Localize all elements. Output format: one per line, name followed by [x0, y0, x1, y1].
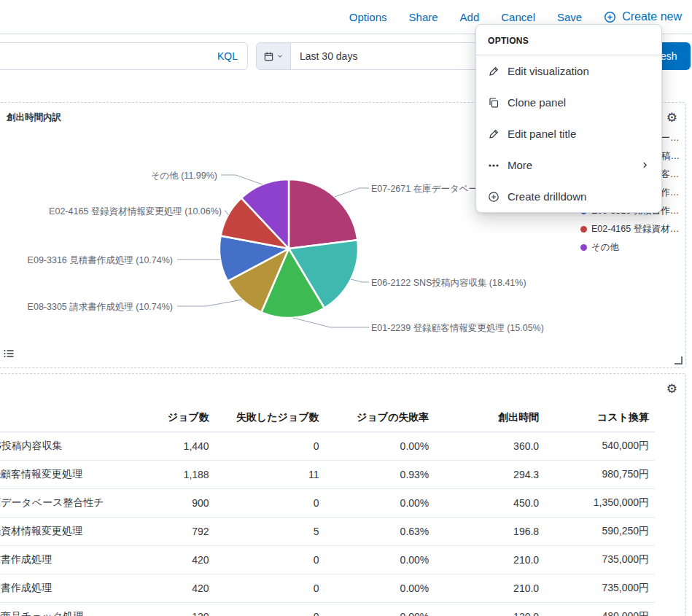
value-cell: 540,000円	[545, 432, 655, 461]
value-cell: 294.3	[435, 461, 545, 489]
job-name-cell: 登録資材情報変更処理	[0, 518, 105, 546]
boxes-horizontal-icon	[488, 160, 499, 171]
value-cell: 1,440	[105, 432, 215, 461]
legend-toggle-button[interactable]	[1, 346, 16, 361]
value-cell: 0.93%	[324, 461, 435, 489]
job-name-cell: 請求書作成処理	[0, 546, 105, 574]
column-header-failed[interactable]: 失敗したジョブ数	[215, 404, 325, 432]
table-header: ジョブ数 失敗したジョブ数 ジョブの失敗率 創出時間 コスト換算	[0, 404, 655, 432]
column-header-cost[interactable]: コスト換算	[545, 404, 655, 432]
value-cell: 450.0	[435, 489, 545, 518]
legend-item[interactable]: その他	[580, 238, 687, 257]
value-cell: 0.00%	[324, 489, 435, 518]
menu-item-label: Edit visualization	[508, 65, 589, 77]
search-box: KQL	[0, 42, 248, 70]
table-row: 見積書作成処理42000.00%210.0735,000円	[0, 574, 655, 603]
column-header-name[interactable]	[0, 404, 105, 432]
pie-callout-label: E09-3316 見積書作成処理 (10.74%)	[28, 254, 173, 267]
copy-icon	[488, 97, 499, 109]
date-range-value: Last 30 days	[300, 50, 357, 62]
table-row: SNS投稿内容収集1,44000.00%360.0540,000円	[0, 432, 655, 461]
plus-in-circle-icon	[488, 191, 499, 203]
menu-item-more[interactable]: More	[476, 149, 661, 181]
menu-item-label: More	[508, 159, 532, 171]
calendar-icon	[263, 51, 274, 62]
value-cell: 0.00%	[324, 574, 435, 603]
column-header-created-time[interactable]: 創出時間	[435, 404, 545, 432]
column-header-jobs[interactable]: ジョブ数	[105, 404, 215, 432]
table-row: 在庫データベース整合性チェック90000.00%450.01,350,000円	[0, 489, 655, 518]
chevron-right-icon	[640, 160, 650, 170]
create-new-button[interactable]: Create new	[604, 10, 682, 23]
value-cell: 0.00%	[324, 546, 435, 574]
menu-item-edit-panel-title[interactable]: Edit panel title	[476, 118, 661, 149]
legend-item[interactable]: E02-4165 登録資材情報変更処理	[580, 220, 687, 238]
value-cell: 0.00%	[324, 603, 435, 616]
job-name-cell: 在庫データベース整合性チェック	[0, 489, 105, 518]
menu-item-create-drilldown[interactable]: Create drilldown	[476, 181, 661, 212]
value-cell: 900	[105, 489, 215, 518]
nav-link-save[interactable]: Save	[557, 11, 582, 23]
jobs-table: ジョブ数 失敗したジョブ数 ジョブの失敗率 創出時間 コスト換算 SNS投稿内容…	[0, 404, 655, 616]
value-cell: 0	[215, 603, 325, 616]
pie-callout-label: E01-2239 登録顧客情報変更処理 (15.05%)	[371, 322, 544, 335]
table-row: 登録商品チェック処理12000.00%120.0480,000円	[0, 603, 655, 616]
dashboard-screen: Options Share Add Cancel Save Create new…	[0, 0, 692, 616]
table-row: 登録資材情報変更処理79250.63%196.8590,250円	[0, 518, 655, 546]
value-cell: 590,250円	[545, 518, 655, 546]
value-cell: 196.8	[435, 518, 545, 546]
panel-resize-handle[interactable]	[674, 356, 683, 364]
value-cell: 735,000円	[545, 546, 655, 574]
pie-slice[interactable]	[289, 179, 357, 249]
nav-link-cancel[interactable]: Cancel	[501, 11, 535, 23]
legend-color-dot	[580, 226, 587, 233]
value-cell: 5	[215, 518, 325, 546]
query-input[interactable]	[0, 50, 208, 62]
date-quick-select-button[interactable]	[256, 42, 291, 70]
plus-in-circle-icon	[604, 11, 616, 23]
kql-selector[interactable]: KQL	[208, 50, 247, 62]
pie-callout-label: E06-2122 SNS投稿内容収集 (18.41%)	[371, 277, 526, 289]
pie-slices	[219, 179, 358, 318]
value-cell: 1,188	[105, 461, 215, 489]
pencil-icon	[488, 128, 499, 140]
menu-item-label: Clone panel	[508, 96, 566, 109]
options-context-menu: OPTIONS Edit visualization Clone panel	[475, 24, 662, 213]
pie-callout-label: E08-3305 請求書作成処理 (10.74%)	[28, 301, 173, 313]
job-name-cell: 登録商品チェック処理	[0, 603, 105, 616]
value-cell: 210.0	[435, 574, 545, 603]
nav-link-options[interactable]: Options	[349, 11, 387, 23]
value-cell: 735,000円	[545, 574, 655, 603]
column-header-failure-rate[interactable]: ジョブの失敗率	[324, 404, 435, 432]
pencil-icon	[488, 66, 499, 77]
value-cell: 11	[215, 461, 325, 489]
job-name-cell: 登録顧客情報変更処理	[0, 461, 105, 489]
nav-link-share[interactable]: Share	[409, 11, 438, 23]
value-cell: 0	[215, 574, 325, 603]
menu-item-label: Edit panel title	[508, 128, 576, 140]
legend-label: E02-4165 登録資材情報変更処理	[591, 223, 687, 235]
value-cell: 0	[215, 489, 325, 518]
value-cell: 0	[215, 432, 325, 461]
legend-label: その他	[591, 241, 619, 254]
pie-callout-label: その他 (11.99%)	[151, 170, 217, 182]
value-cell: 0.00%	[324, 432, 435, 461]
job-name-cell: 見積書作成処理	[0, 574, 105, 603]
value-cell: 120	[105, 603, 215, 616]
value-cell: 480,000円	[545, 603, 655, 616]
chevron-down-icon	[276, 52, 284, 60]
panel-settings-gear-icon[interactable]: ⚙	[666, 383, 677, 395]
legend-color-dot	[580, 244, 587, 251]
pie-callout-label: E02-4165 登録資材情報変更処理 (10.06%)	[49, 206, 222, 218]
value-cell: 0.63%	[324, 518, 435, 546]
value-cell: 420	[105, 574, 215, 603]
table-row: 登録顧客情報変更処理1,188110.93%294.3980,750円	[0, 461, 655, 489]
nav-link-add[interactable]: Add	[460, 11, 480, 23]
menu-item-clone-panel[interactable]: Clone panel	[476, 87, 661, 118]
value-cell: 420	[105, 546, 215, 574]
context-menu-title: OPTIONS	[476, 25, 661, 55]
value-cell: 210.0	[435, 546, 545, 574]
list-icon	[3, 348, 15, 359]
menu-item-edit-visualization[interactable]: Edit visualization	[476, 55, 661, 87]
table-panel: ⚙ ジョブ数 失敗したジョブ数 ジョブの失敗率 創出時間 コスト換算 SNS投稿…	[0, 373, 686, 616]
